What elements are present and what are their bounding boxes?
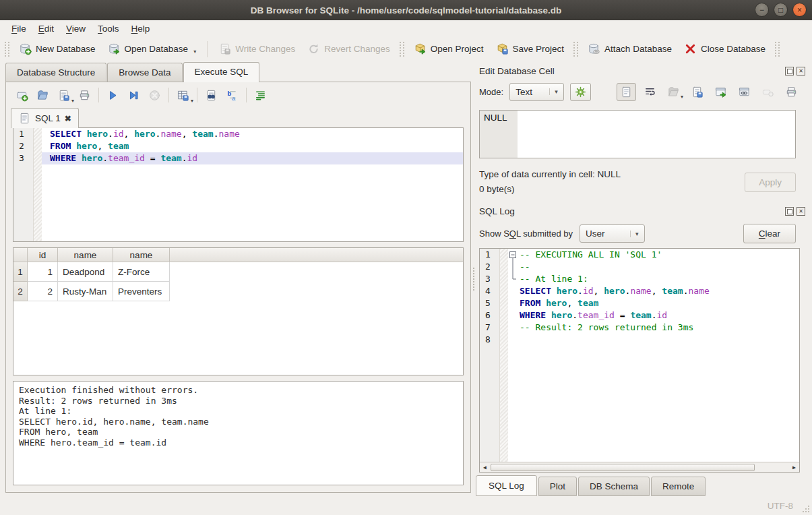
scrollbar-thumb[interactable] xyxy=(491,464,755,471)
sql-editor[interactable]: 123 SELECT hero.id, hero.name, team.name… xyxy=(13,127,464,242)
resize-grip[interactable] xyxy=(802,505,810,513)
column-header-name[interactable]: name xyxy=(58,248,113,262)
write-changes-icon xyxy=(218,42,231,55)
cell[interactable]: 1 xyxy=(28,262,58,282)
log-horizontal-scrollbar[interactable]: ◀ ▶ xyxy=(480,462,799,472)
scroll-right-icon[interactable]: ▶ xyxy=(789,464,799,471)
tab-sql-1[interactable]: SQL 1 ✖ xyxy=(11,108,79,128)
results-grid[interactable]: idnamename11DeadpondZ-Force22Rusty-ManPr… xyxy=(13,247,464,375)
new-database-button[interactable]: New Database xyxy=(13,39,102,59)
dock-float-icon[interactable] xyxy=(785,207,794,216)
submitter-dropdown[interactable]: User ▾ xyxy=(580,224,645,243)
execute-sql-page: ▾▾ba SQL 1 ✖ 123 SELECT hero.id, hero.na… xyxy=(5,82,471,493)
open-project-button[interactable]: Open Project xyxy=(408,39,490,59)
svg-text:b: b xyxy=(227,89,231,96)
menu-edit[interactable]: Edit xyxy=(32,22,60,36)
toolbar-drag-handle[interactable] xyxy=(573,42,578,57)
tab-execute-sql[interactable]: Execute SQL xyxy=(183,62,260,82)
menu-view[interactable]: View xyxy=(60,22,92,36)
maximize-button[interactable]: □ xyxy=(774,3,788,17)
code-line: -- xyxy=(508,261,799,273)
cell[interactable]: 2 xyxy=(28,282,58,301)
print-icon xyxy=(78,89,91,102)
code-line: WHERE hero.team_id = team.id xyxy=(508,309,799,322)
close-button[interactable]: × xyxy=(792,3,807,17)
execute-current-line-button[interactable] xyxy=(125,86,143,104)
panel-splitter[interactable] xyxy=(471,61,476,496)
close-database-button[interactable]: Close Database xyxy=(678,39,772,59)
column-header-id[interactable]: id xyxy=(28,248,58,262)
token: hero xyxy=(87,129,108,139)
window-title: DB Browser for SQLite - /home/user/code/… xyxy=(251,5,561,16)
format-sql-button[interactable] xyxy=(251,86,270,104)
dock-close-icon[interactable]: ✕ xyxy=(797,67,805,75)
toolbar-drag-handle[interactable] xyxy=(400,42,404,57)
code-line: FROM hero, team xyxy=(508,297,799,309)
dock-close-icon[interactable]: ✕ xyxy=(797,207,805,216)
execute-all-button[interactable] xyxy=(104,86,122,104)
fold-margin xyxy=(508,334,518,346)
code-line: -- At line 1: xyxy=(508,273,799,285)
new-database-label: New Database xyxy=(36,44,96,54)
cell[interactable]: Preventers xyxy=(113,282,170,301)
save-data-button[interactable] xyxy=(687,83,707,101)
print-button[interactable] xyxy=(75,86,94,104)
menu-help[interactable]: Help xyxy=(125,22,156,36)
copy-link-button[interactable] xyxy=(735,83,754,101)
new-tab-button[interactable] xyxy=(13,86,31,104)
menu-file[interactable]: File xyxy=(5,22,32,36)
fold-open-icon[interactable] xyxy=(508,249,518,261)
save-sql-file-button[interactable]: ▾ xyxy=(55,86,73,104)
open-database-button[interactable]: Open Database▾ xyxy=(102,39,203,59)
tab-database-structure[interactable]: Database Structure xyxy=(5,63,106,82)
title-bar[interactable]: DB Browser for SQLite - /home/user/code/… xyxy=(0,0,812,20)
sql-log-view[interactable]: 12345678 -- EXECUTING ALL IN 'SQL 1'----… xyxy=(479,248,800,473)
open-sql-file-icon xyxy=(36,89,49,102)
find-replace-button[interactable]: ba xyxy=(223,86,241,104)
token: hero xyxy=(557,286,577,296)
dock-tab-db-schema[interactable]: DB Schema xyxy=(578,477,650,496)
dock-tab-remote[interactable]: Remote xyxy=(651,477,706,496)
sql-log-dock-header: SQL Log ✕ xyxy=(476,204,807,218)
clear-log-button[interactable]: Clear xyxy=(743,224,796,243)
dock-tab-plot[interactable]: Plot xyxy=(538,477,577,496)
line-number: 8 xyxy=(480,334,499,346)
chevron-down-icon[interactable]: ▾ xyxy=(191,98,193,104)
row-header[interactable]: 1 xyxy=(13,262,28,282)
toolbar-drag-handle[interactable] xyxy=(775,42,780,57)
print-cell-button[interactable] xyxy=(782,83,801,101)
toolbar-separator xyxy=(207,41,208,57)
save-project-label: Save Project xyxy=(513,44,565,54)
edit-cell-title: Edit Database Cell xyxy=(479,66,555,76)
cell[interactable]: Deadpond xyxy=(58,262,113,282)
minimize-button[interactable]: − xyxy=(755,3,769,17)
code-text: WHERE hero.team_id = team.id xyxy=(518,309,799,322)
save-project-button[interactable]: Save Project xyxy=(490,39,571,59)
stop-button xyxy=(146,86,164,104)
cell[interactable]: Rusty-Man xyxy=(58,282,113,301)
close-tab-icon[interactable]: ✖ xyxy=(65,114,71,123)
chevron-down-icon[interactable]: ▾ xyxy=(71,98,74,104)
row-header[interactable]: 2 xyxy=(13,282,28,301)
dock-float-icon[interactable] xyxy=(785,67,794,75)
cell-editor[interactable]: NULL xyxy=(479,110,796,158)
cell-settings-button[interactable] xyxy=(570,83,591,101)
results-corner-cell[interactable] xyxy=(13,248,28,262)
scroll-left-icon[interactable]: ◀ xyxy=(480,464,490,471)
open-sql-file-button[interactable] xyxy=(34,86,52,104)
menu-tools[interactable]: Tools xyxy=(92,22,125,36)
toolbar-drag-handle[interactable] xyxy=(5,42,9,57)
find-button[interactable] xyxy=(202,86,220,104)
text-document-button[interactable] xyxy=(617,83,636,101)
open-external-button[interactable] xyxy=(711,83,730,101)
save-results-button[interactable]: ▾ xyxy=(174,86,192,104)
tab-browse-data[interactable]: Browse Data xyxy=(107,63,182,82)
dock-tab-sql-log[interactable]: SQL Log xyxy=(476,475,537,496)
cell[interactable]: Z-Force xyxy=(113,262,170,282)
attach-database-button[interactable]: Attach Database xyxy=(582,39,678,59)
chevron-down-icon[interactable]: ▾ xyxy=(193,49,196,55)
mode-dropdown[interactable]: Text ▾ xyxy=(509,83,564,101)
word-wrap-button[interactable] xyxy=(640,83,660,101)
column-header-name[interactable]: name xyxy=(113,248,170,262)
log-line-numbers: 12345678 xyxy=(480,249,500,462)
